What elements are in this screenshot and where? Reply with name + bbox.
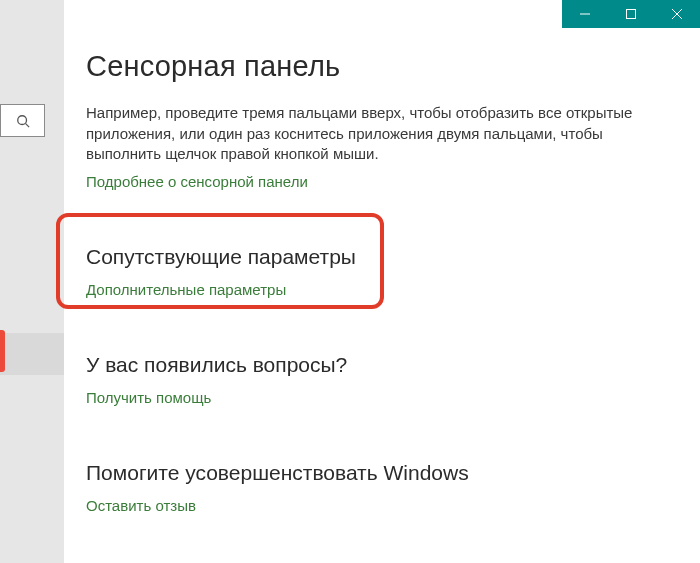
learn-more-link[interactable]: Подробнее о сенсорной панели <box>86 173 308 190</box>
close-icon <box>672 9 682 19</box>
maximize-icon <box>626 9 636 19</box>
page-description: Например, проведите тремя пальцами вверх… <box>86 103 666 165</box>
sidebar-item-touchpad[interactable] <box>0 333 64 375</box>
maximize-button[interactable] <box>608 0 654 28</box>
minimize-button[interactable] <box>562 0 608 28</box>
additional-params-link[interactable]: Дополнительные параметры <box>86 281 286 298</box>
minimize-icon <box>580 9 590 19</box>
selection-marker <box>0 330 5 372</box>
feedback-section: Помогите усовершенствовать Windows Остав… <box>86 461 666 515</box>
svg-line-5 <box>25 123 29 127</box>
window-controls <box>562 0 700 28</box>
related-section: Сопутствующие параметры Дополнительные п… <box>86 245 666 299</box>
search-icon <box>16 114 30 128</box>
help-title: У вас появились вопросы? <box>86 353 666 377</box>
related-title: Сопутствующие параметры <box>86 245 666 269</box>
feedback-link[interactable]: Оставить отзыв <box>86 497 196 514</box>
get-help-link[interactable]: Получить помощь <box>86 389 211 406</box>
svg-rect-1 <box>627 10 636 19</box>
sidebar <box>0 0 64 563</box>
page-title: Сенсорная панель <box>86 50 666 83</box>
main-content: Сенсорная панель Например, проведите тре… <box>86 50 666 515</box>
search-input[interactable] <box>0 104 45 137</box>
feedback-title: Помогите усовершенствовать Windows <box>86 461 666 485</box>
close-button[interactable] <box>654 0 700 28</box>
svg-point-4 <box>17 115 26 124</box>
help-section: У вас появились вопросы? Получить помощь <box>86 353 666 407</box>
